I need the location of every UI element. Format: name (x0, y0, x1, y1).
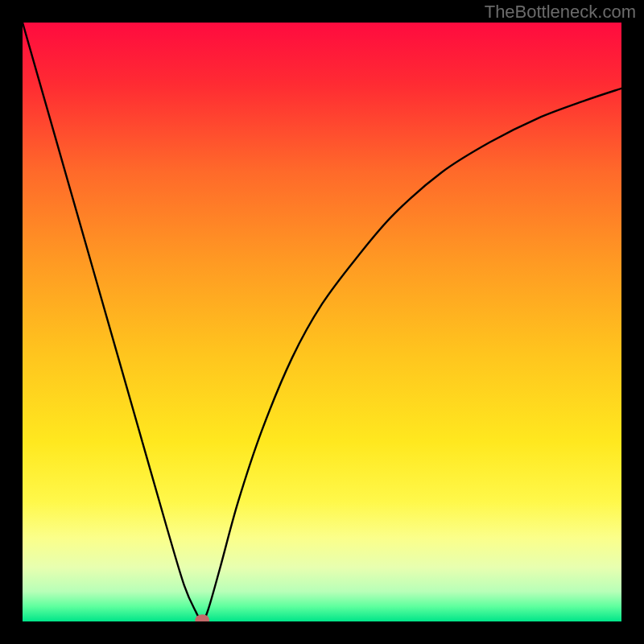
chart-svg (23, 23, 621, 621)
gradient-background (23, 23, 621, 621)
chart-frame: TheBottleneck.com (0, 0, 644, 644)
plot-area (23, 23, 621, 621)
watermark-text: TheBottleneck.com (485, 2, 636, 23)
